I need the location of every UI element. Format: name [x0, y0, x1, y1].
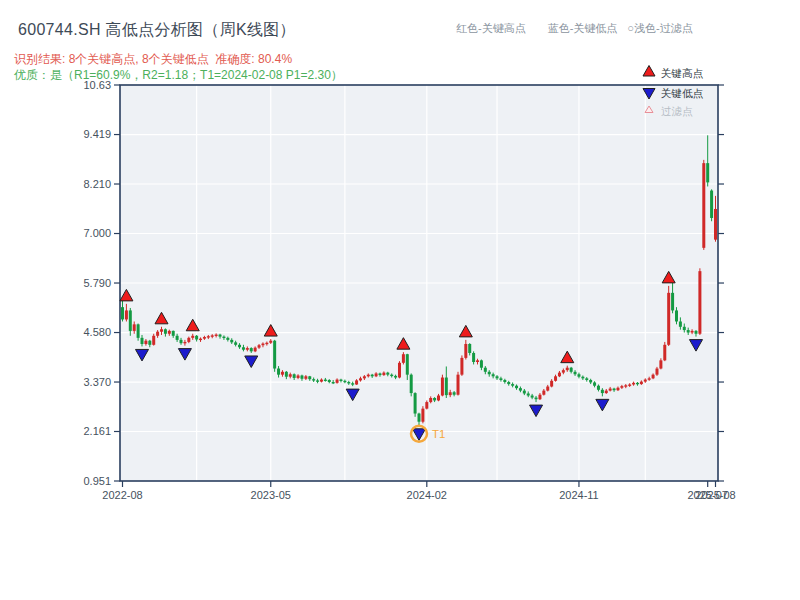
candle-body[interactable]: [620, 386, 623, 388]
candle-body[interactable]: [339, 380, 342, 381]
candle-body[interactable]: [698, 271, 701, 334]
candle-body[interactable]: [277, 369, 280, 375]
candle-body[interactable]: [609, 389, 612, 391]
candle-body[interactable]: [694, 331, 697, 334]
candle-body[interactable]: [160, 329, 163, 331]
candle-body[interactable]: [254, 348, 257, 352]
candle-body[interactable]: [121, 307, 124, 319]
candle-body[interactable]: [445, 378, 448, 396]
candle-body[interactable]: [390, 375, 393, 376]
candle-body[interactable]: [523, 391, 526, 394]
candle-body[interactable]: [503, 380, 506, 382]
candle-body[interactable]: [343, 381, 346, 382]
candle-body[interactable]: [437, 396, 440, 401]
candle-body[interactable]: [304, 376, 307, 378]
candle-body[interactable]: [211, 335, 214, 336]
candle-body[interactable]: [386, 373, 389, 375]
candle-body[interactable]: [570, 368, 573, 372]
candle-body[interactable]: [195, 336, 198, 340]
candle-body[interactable]: [691, 331, 694, 333]
candle-body[interactable]: [203, 337, 206, 339]
candle-body[interactable]: [640, 382, 643, 384]
candle-body[interactable]: [250, 348, 253, 351]
candle-body[interactable]: [402, 354, 405, 363]
candle-body[interactable]: [265, 343, 268, 344]
candle-body[interactable]: [574, 372, 577, 374]
candle-body[interactable]: [464, 344, 467, 358]
candle-body[interactable]: [585, 378, 588, 380]
candle-body[interactable]: [328, 380, 331, 382]
candle-body[interactable]: [655, 369, 658, 375]
candle-body[interactable]: [367, 375, 370, 377]
candle-body[interactable]: [601, 390, 604, 393]
candle-body[interactable]: [671, 293, 674, 311]
candle-body[interactable]: [577, 374, 580, 376]
candle-body[interactable]: [593, 382, 596, 385]
candle-body[interactable]: [535, 398, 538, 400]
candle-body[interactable]: [308, 376, 311, 379]
candle-body[interactable]: [421, 409, 424, 422]
candle-body[interactable]: [457, 375, 460, 395]
candle-body[interactable]: [394, 376, 397, 378]
candle-body[interactable]: [164, 329, 167, 334]
candle-body[interactable]: [199, 339, 202, 340]
candle-body[interactable]: [332, 382, 335, 383]
candle-body[interactable]: [605, 391, 608, 393]
candle-body[interactable]: [519, 388, 522, 390]
candle-body[interactable]: [289, 374, 292, 376]
candle-body[interactable]: [382, 373, 385, 375]
candle-body[interactable]: [667, 293, 670, 345]
candle-body[interactable]: [129, 310, 132, 330]
legend-filtered-label[interactable]: 过滤点: [661, 105, 693, 117]
candle-body[interactable]: [191, 336, 194, 338]
chart[interactable]: 10.639.4198.2107.0005.7904.5803.3702.161…: [0, 0, 800, 600]
candle-body[interactable]: [538, 395, 541, 400]
candle-body[interactable]: [429, 398, 432, 402]
candle-body[interactable]: [406, 354, 409, 374]
candle-body[interactable]: [644, 380, 647, 382]
candle-body[interactable]: [324, 380, 327, 381]
legend-key-low-label[interactable]: 关键低点: [661, 87, 704, 99]
candle-body[interactable]: [144, 341, 147, 344]
candle-body[interactable]: [375, 373, 378, 376]
candle-body[interactable]: [453, 392, 456, 394]
candle-body[interactable]: [460, 358, 463, 375]
candle-body[interactable]: [269, 341, 272, 343]
candle-body[interactable]: [663, 345, 666, 361]
candle-body[interactable]: [141, 338, 144, 344]
candle-body[interactable]: [238, 345, 241, 347]
candle-body[interactable]: [679, 321, 682, 326]
candle-body[interactable]: [480, 360, 483, 367]
candle-body[interactable]: [183, 342, 186, 343]
candle-body[interactable]: [261, 344, 264, 346]
candle-body[interactable]: [258, 345, 261, 347]
candle-body[interactable]: [683, 327, 686, 330]
candle-body[interactable]: [168, 331, 171, 334]
candle-body[interactable]: [702, 163, 705, 248]
candle-body[interactable]: [180, 340, 183, 343]
candle-body[interactable]: [527, 393, 530, 395]
candle-body[interactable]: [234, 342, 237, 344]
candle-body[interactable]: [219, 335, 222, 337]
candle-body[interactable]: [347, 382, 350, 383]
candle-body[interactable]: [706, 163, 709, 182]
candle-body[interactable]: [531, 396, 534, 398]
candle-body[interactable]: [652, 375, 655, 379]
candle-body[interactable]: [148, 341, 151, 345]
candle-body[interactable]: [581, 377, 584, 379]
candle-body[interactable]: [137, 324, 140, 338]
candle-body[interactable]: [133, 324, 136, 331]
candle-body[interactable]: [449, 392, 452, 395]
candle-body[interactable]: [371, 375, 374, 377]
candle-body[interactable]: [187, 338, 190, 342]
candle-body[interactable]: [433, 398, 436, 400]
candle-body[interactable]: [542, 391, 545, 395]
candle-body[interactable]: [562, 370, 565, 372]
candle-body[interactable]: [476, 360, 479, 362]
candle-body[interactable]: [363, 376, 366, 378]
candle-body[interactable]: [636, 383, 639, 384]
candle-body[interactable]: [687, 330, 690, 332]
candle-body[interactable]: [226, 338, 229, 340]
candle-body[interactable]: [281, 372, 284, 375]
candle-body[interactable]: [632, 383, 635, 385]
